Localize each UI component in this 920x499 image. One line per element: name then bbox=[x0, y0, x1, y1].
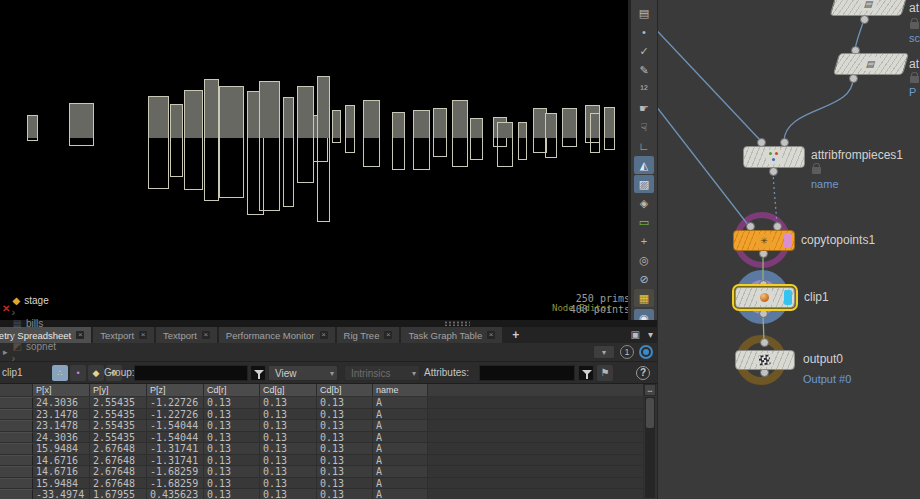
column-header-Cdr[interactable]: Cd[r] bbox=[204, 384, 260, 396]
row-number-cell[interactable] bbox=[0, 478, 33, 490]
handles-icon[interactable]: ▤ bbox=[634, 4, 654, 22]
breadcrumb-item-stage[interactable]: ◆stage bbox=[10, 295, 88, 306]
attributes-input[interactable] bbox=[479, 365, 575, 381]
tab-rig-tree[interactable]: Rig Tree× bbox=[337, 327, 400, 343]
cell: 2.55435 bbox=[90, 432, 147, 444]
column-header-Px[interactable]: P[x] bbox=[33, 384, 90, 396]
attribnode-a-connector[interactable] bbox=[860, 15, 869, 24]
output0-label: output0 bbox=[803, 352, 843, 366]
tab-textport[interactable]: Textport× bbox=[93, 327, 154, 343]
axis-jack-icon[interactable]: + bbox=[634, 232, 654, 250]
hand-four-icon[interactable]: ☟ bbox=[634, 118, 654, 136]
column-header-name[interactable]: name bbox=[373, 384, 428, 396]
tab-close-icon[interactable]: × bbox=[320, 331, 328, 339]
cell: A bbox=[373, 420, 428, 432]
copytopoints1-flag-segment[interactable] bbox=[784, 233, 792, 248]
network-editor[interactable]: ▤atsca▤atPattribfrompieces1name✳copytopo… bbox=[657, 0, 920, 499]
scrollbar-thumb[interactable] bbox=[646, 398, 654, 428]
row-number-cell[interactable] bbox=[0, 409, 33, 421]
tab-performance-monitor[interactable]: Performance Monitor× bbox=[219, 327, 335, 343]
intrinsics-dropdown[interactable]: Intrinsics ▾ bbox=[344, 365, 420, 381]
cell: A bbox=[373, 466, 428, 478]
attributes-filter-icon[interactable] bbox=[578, 365, 594, 381]
node-attribnode-a[interactable]: ▤ bbox=[830, 0, 909, 16]
node-attribfrompieces1[interactable] bbox=[743, 146, 805, 168]
primitives-mode-button[interactable]: ◆ bbox=[88, 365, 104, 381]
grid-toggle-icon[interactable]: ▦ bbox=[634, 289, 654, 307]
node-clip1[interactable] bbox=[735, 287, 795, 308]
tab-close-icon[interactable]: × bbox=[202, 331, 210, 339]
pane-menu-arrow-icon[interactable]: ▾ bbox=[648, 329, 653, 340]
table-scrollbar[interactable] bbox=[645, 397, 655, 498]
node-attribnode-b[interactable]: ▤ bbox=[833, 53, 909, 75]
hand-tool-icon[interactable]: ☛ bbox=[634, 99, 654, 117]
point-numbers-icon[interactable]: ¹² bbox=[634, 80, 654, 98]
group-input[interactable] bbox=[134, 365, 248, 381]
column-header-Cdg[interactable]: Cd[g] bbox=[260, 384, 317, 396]
node-output0[interactable] bbox=[735, 350, 795, 370]
cell-filler bbox=[428, 455, 644, 467]
row-number-cell[interactable] bbox=[0, 397, 33, 409]
wireframe-box bbox=[297, 86, 314, 183]
copytopoints1-label: copytopoints1 bbox=[801, 233, 875, 247]
vertices-mode-button[interactable]: • bbox=[70, 365, 86, 381]
column-header-Pz[interactable]: P[z] bbox=[147, 384, 204, 396]
edit-tool-icon[interactable]: ✎ bbox=[634, 61, 654, 79]
help-button[interactable]: ? bbox=[636, 366, 650, 380]
geometry-table[interactable]: P[x]P[y]P[z]Cd[r]Cd[g]Cd[b]name 24.30362… bbox=[0, 384, 657, 499]
row-number-cell[interactable] bbox=[0, 420, 33, 432]
attribnode-a-attribute-badge: sca bbox=[909, 32, 920, 44]
pane-drag-handle[interactable] bbox=[444, 321, 470, 326]
pane-type-icon[interactable]: ▣ bbox=[631, 329, 640, 340]
tab-task-graph-table[interactable]: Task Graph Table× bbox=[401, 327, 502, 343]
breadcrumb-label: bills bbox=[26, 318, 43, 329]
row-number-cell[interactable] bbox=[0, 466, 33, 478]
column-header-Py[interactable]: P[y] bbox=[90, 384, 147, 396]
path-dropdown-button[interactable]: ▾ bbox=[593, 345, 615, 359]
clip1-flag-segment[interactable] bbox=[784, 290, 792, 305]
tab-textport[interactable]: Textport× bbox=[156, 327, 217, 343]
tab-close-icon[interactable]: × bbox=[139, 331, 147, 339]
scene-viewport[interactable]: Node Editor 250 prims 400 points ✕ bbox=[0, 0, 628, 320]
link-badge[interactable]: 1 bbox=[620, 345, 634, 359]
attribnode-b-connector[interactable] bbox=[849, 74, 858, 83]
tab-close-icon[interactable]: × bbox=[384, 331, 392, 339]
view-dropdown[interactable]: View ▾ bbox=[268, 365, 338, 381]
breadcrumb-lead-icon[interactable]: ▸ bbox=[0, 347, 10, 357]
group-filter-icon[interactable] bbox=[250, 365, 266, 381]
attribfrompieces1-connector[interactable] bbox=[769, 167, 778, 176]
cell: 2.55435 bbox=[90, 409, 147, 421]
output0-icon bbox=[757, 353, 773, 367]
cone-snap-icon[interactable]: ◭ bbox=[634, 156, 654, 174]
tab-close-icon[interactable]: × bbox=[487, 331, 495, 339]
row-number-cell[interactable] bbox=[0, 432, 33, 444]
table-options-button[interactable]: … bbox=[644, 384, 656, 396]
node-copytopoints1[interactable]: ✳ bbox=[733, 230, 795, 251]
column-header-Cdb[interactable]: Cd[b] bbox=[317, 384, 373, 396]
pin-target-icon[interactable] bbox=[639, 345, 653, 359]
row-number-cell[interactable] bbox=[0, 443, 33, 455]
select-tool-icon[interactable]: ✓ bbox=[634, 42, 654, 60]
table-row: 23.14782.55435-1.540440.130.130.13A bbox=[0, 420, 657, 432]
points-mode-button[interactable]: ∴ bbox=[52, 365, 68, 381]
flag-button[interactable]: ⚑ bbox=[597, 365, 613, 381]
angle-ruler-icon[interactable]: ∟ bbox=[634, 137, 654, 155]
geometry-box-icon[interactable]: ▭ bbox=[634, 213, 654, 231]
breadcrumb-item-sopnet[interactable]: ◩sopnet bbox=[10, 341, 88, 352]
row-number-cell[interactable] bbox=[0, 455, 33, 467]
breadcrumb-item-bills[interactable]: ▦bills bbox=[10, 318, 88, 329]
table-row: 15.94842.67648-1.317410.130.130.13A bbox=[0, 443, 657, 455]
output0-connector[interactable] bbox=[760, 338, 769, 347]
copytopoints1-icon: ✳ bbox=[756, 234, 772, 248]
clip1-connector[interactable] bbox=[759, 309, 768, 318]
circle-target-icon[interactable]: ◎ bbox=[634, 251, 654, 269]
row-number-cell[interactable] bbox=[0, 489, 33, 499]
attributes-label: Attributes: bbox=[424, 367, 469, 378]
attribnode-b-attribute-badge: P bbox=[909, 86, 916, 98]
diamond-snap-icon[interactable]: ◈ bbox=[634, 194, 654, 212]
no-preview-icon[interactable]: ⊘ bbox=[634, 270, 654, 288]
tab-add-button[interactable]: + bbox=[504, 327, 527, 343]
spreadsheet-pane: Geometry Spreadsheet×Textport×Textport×P… bbox=[0, 320, 657, 499]
multi-snap-icon[interactable]: ▨ bbox=[634, 175, 654, 193]
point-tool-icon[interactable]: • bbox=[634, 23, 654, 41]
